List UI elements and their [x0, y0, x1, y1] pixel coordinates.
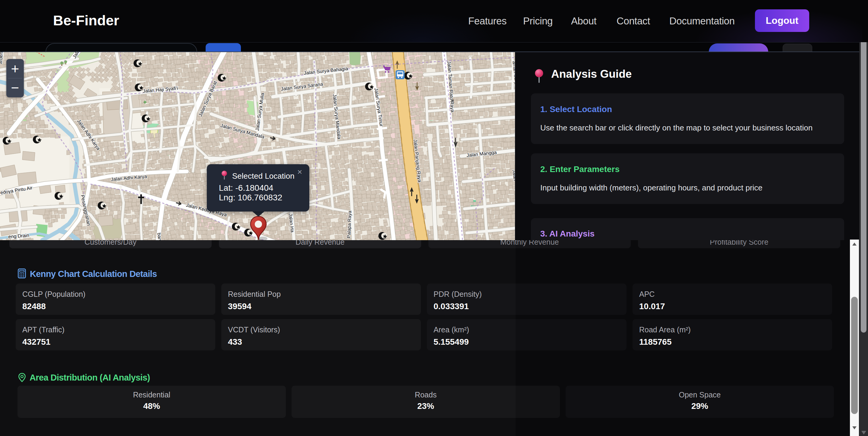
svg-text:Palapa Raya: Palapa Raya	[346, 211, 352, 238]
